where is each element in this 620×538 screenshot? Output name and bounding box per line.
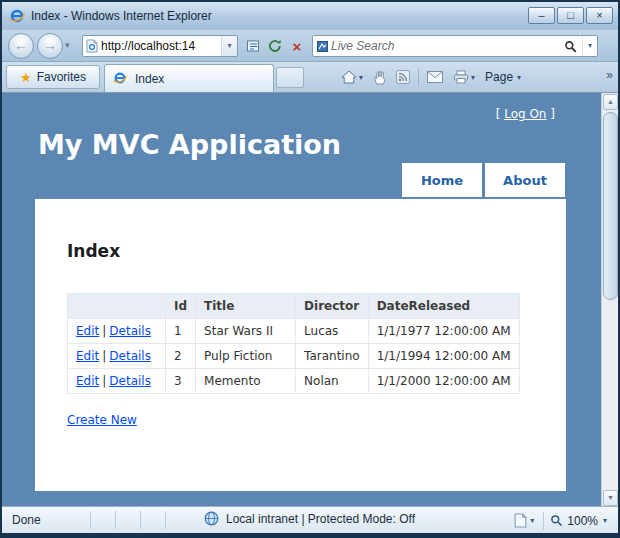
edit-link[interactable]: Edit [76,374,99,388]
navigation-bar: ← → ▾ ▾ × [2,30,618,62]
home-dropdown-icon: ▾ [359,73,363,82]
status-separator [90,511,91,529]
zoom-dropdown-icon[interactable]: ▾ [603,516,607,525]
status-right-controls: ▾ 100% ▾ [514,511,610,530]
cell-director: Lucas [296,319,369,344]
vertical-scrollbar[interactable]: ▲ ▼ [601,93,618,506]
scroll-up-icon[interactable]: ▲ [603,94,618,110]
ie-icon [9,8,25,24]
column-header-datereleased: DateReleased [368,294,519,319]
search-icon[interactable] [558,36,582,56]
edit-link[interactable]: Edit [76,324,99,338]
back-button[interactable]: ← [8,33,34,59]
search-dropdown-icon[interactable]: ▾ [582,36,597,56]
title-bar: Index - Windows Internet Explorer – □ × [2,2,618,30]
main-content: Index Id Title Director DateReleased [35,199,566,491]
toolbar-overflow-chevron[interactable]: » [606,68,613,82]
print-dropdown-icon: ▾ [471,73,475,82]
cell-director: Nolan [296,369,369,394]
menu-item-about[interactable]: About [485,163,565,197]
browser-window: Index - Windows Internet Explorer – □ × … [0,0,620,538]
command-bar: ★ Favorites Index ▾ [2,62,618,92]
favorites-button[interactable]: ★ Favorites [6,65,100,89]
address-input[interactable] [101,39,221,53]
minimize-button[interactable]: – [528,7,555,24]
cell-date: 1/1/1977 12:00:00 AM [368,319,519,344]
print-button[interactable]: ▾ [448,65,480,89]
feeds-icon [396,70,410,84]
details-link[interactable]: Details [109,374,151,388]
link-separator: | [102,374,106,388]
page-menu-label: Page [485,70,513,84]
logon-link[interactable]: Log On [504,107,546,121]
search-box: ▾ [312,35,598,57]
forward-button[interactable]: → [37,33,63,59]
page-favicon-icon [86,39,98,53]
close-button[interactable]: × [586,7,613,24]
home-button[interactable]: ▾ [336,65,368,89]
hand-icon [373,70,386,85]
tab-index[interactable]: Index [104,64,274,92]
address-bar: ▾ [82,35,238,57]
refresh-icon[interactable] [264,35,286,57]
create-new-wrap: Create New [67,413,137,427]
favorites-star-icon: ★ [20,70,32,85]
tab-favicon-icon [113,71,129,87]
tab-label: Index [135,72,164,86]
table-row: Edit|Details 2 Pulp Fiction Tarantino 1/… [68,344,520,369]
command-icons: ▾ [336,65,526,89]
details-link[interactable]: Details [109,349,151,363]
compatibility-view-icon[interactable] [242,35,264,57]
status-separator [543,512,544,530]
mail-icon [427,71,443,83]
table-row: Edit|Details 1 Star Wars II Lucas 1/1/19… [68,319,520,344]
page-title: Index [67,241,120,261]
column-header-id: Id [166,294,196,319]
page-dropdown-icon: ▾ [517,73,521,82]
feeds-button[interactable] [391,65,415,89]
column-header-director: Director [296,294,369,319]
intranet-globe-icon [204,511,219,526]
logon-open-bracket: [ [496,107,501,121]
address-dropdown-icon[interactable]: ▾ [221,36,237,56]
link-separator: | [102,349,106,363]
window-controls: – □ × [526,7,613,24]
status-page-icon[interactable] [514,513,527,528]
cell-date: 1/1/2000 12:00:00 AM [368,369,519,394]
status-menu-caret-icon[interactable]: ▾ [530,516,534,525]
status-bar: Done Local intranet | Protected Mode: Of… [2,506,618,533]
cell-actions: Edit|Details [68,319,166,344]
menu-item-home[interactable]: Home [402,163,482,197]
read-mail-button[interactable] [422,65,448,89]
scrollbar-thumb[interactable] [603,112,618,300]
print-icon [453,70,469,84]
status-text: Done [12,513,41,527]
cell-director: Tarantino [296,344,369,369]
link-separator: | [102,324,106,338]
zoom-level[interactable]: 100% [567,514,598,528]
history-dropdown-icon[interactable]: ▾ [65,40,70,50]
scroll-down-icon[interactable]: ▼ [603,490,618,506]
page-menu-button[interactable]: Page ▾ [480,65,526,89]
logon-close-bracket: ] [550,107,555,121]
search-input[interactable] [331,39,558,53]
logon-display: [ Log On ] [496,107,555,121]
web-page: [ Log On ] My MVC Application Home About… [2,93,601,506]
new-tab-button[interactable] [276,67,304,88]
status-separator [115,511,116,529]
site-title: My MVC Application [38,129,341,160]
column-header-title: Title [196,294,296,319]
edit-link[interactable]: Edit [76,349,99,363]
cell-date: 1/1/1994 12:00:00 AM [368,344,519,369]
details-link[interactable]: Details [109,324,151,338]
home-icon [341,70,357,84]
stop-icon[interactable]: × [286,35,308,57]
hand-tool-button[interactable] [368,65,391,89]
cell-id: 3 [166,369,196,394]
create-new-link[interactable]: Create New [67,413,137,427]
cell-title: Star Wars II [196,319,296,344]
cell-id: 2 [166,344,196,369]
maximize-button[interactable]: □ [557,7,584,24]
command-separator [418,68,419,86]
table-header-row: Id Title Director DateReleased [68,294,520,319]
